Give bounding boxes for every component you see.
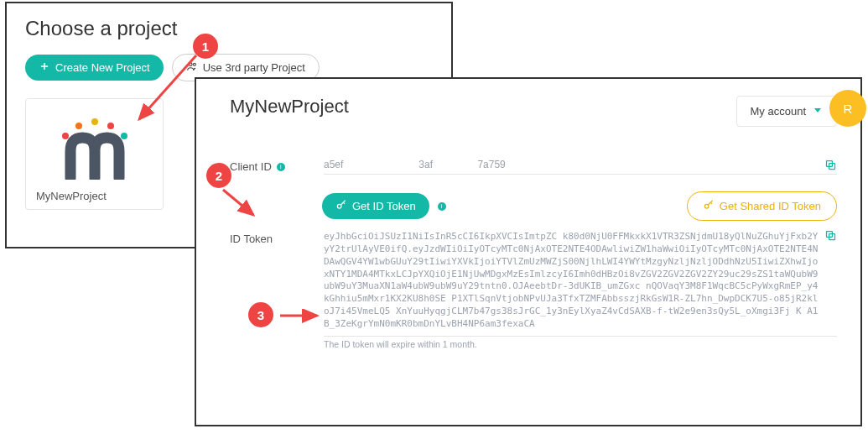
client-id-label-text: Client ID bbox=[230, 160, 272, 173]
id-token-note: The ID token will expire within 1 month. bbox=[324, 336, 837, 349]
client-id-label: Client ID i bbox=[230, 159, 314, 173]
svg-point-4 bbox=[91, 118, 98, 125]
step-3-badge: 3 bbox=[248, 302, 273, 327]
svg-line-14 bbox=[223, 190, 253, 215]
get-id-token-label: Get ID Token bbox=[352, 200, 416, 212]
id-token-row: ID Token eyJhbGciOiJSUzI1NiIsInR5cCI6Ikp… bbox=[230, 231, 837, 349]
svg-point-5 bbox=[107, 123, 114, 129]
svg-point-9 bbox=[337, 204, 341, 208]
step-2-badge: 2 bbox=[206, 163, 231, 188]
client-id-value: a5ef 3af 7a759 bbox=[324, 159, 837, 175]
token-actions-row: Get ID Token i Get Shared ID Token bbox=[230, 191, 837, 221]
svg-point-2 bbox=[62, 133, 69, 139]
id-token-content: eyJhbGciOiJSUzI1NiIsInR5cCI6IkpXVCIsImtp… bbox=[324, 231, 837, 349]
svg-line-13 bbox=[139, 55, 196, 119]
project-card-name: MyNewProject bbox=[36, 190, 153, 202]
get-shared-id-token-label: Get Shared ID Token bbox=[720, 200, 821, 212]
project-detail-panel: MyNewProject My account R Client ID i a5… bbox=[195, 77, 862, 426]
key-icon bbox=[703, 199, 715, 213]
client-id-text: a5ef 3af 7a759 bbox=[324, 159, 506, 170]
arrow-annotation bbox=[277, 309, 327, 326]
project-detail-header: MyNewProject My account R bbox=[230, 96, 837, 127]
my-account-dropdown[interactable]: My account R bbox=[736, 96, 837, 127]
arrow-annotation bbox=[220, 186, 270, 228]
arrow-annotation bbox=[127, 50, 211, 134]
use-third-party-label: Use 3rd party Project bbox=[203, 61, 305, 74]
project-detail-title: MyNewProject bbox=[230, 96, 349, 118]
key-icon bbox=[335, 199, 347, 213]
avatar[interactable]: R bbox=[829, 90, 866, 127]
svg-point-3 bbox=[75, 123, 82, 129]
info-icon[interactable]: i bbox=[277, 163, 285, 171]
copy-icon[interactable] bbox=[824, 229, 837, 245]
copy-icon[interactable] bbox=[824, 159, 837, 174]
svg-point-10 bbox=[704, 204, 709, 208]
id-token-label: ID Token bbox=[230, 231, 314, 245]
id-token-value: eyJhbGciOiJSUzI1NiIsInR5cCI6IkpXVCIsImtp… bbox=[324, 231, 837, 331]
info-icon[interactable]: i bbox=[438, 202, 446, 211]
plus-icon bbox=[39, 60, 50, 75]
svg-point-6 bbox=[121, 133, 127, 139]
client-id-row: Client ID i a5ef 3af 7a759 bbox=[230, 159, 837, 175]
get-shared-id-token-button[interactable]: Get Shared ID Token bbox=[687, 191, 837, 221]
chevron-down-icon bbox=[813, 105, 823, 118]
my-account-label: My account bbox=[751, 105, 806, 118]
get-id-token-button[interactable]: Get ID Token bbox=[322, 193, 429, 219]
choose-project-title: Choose a project bbox=[25, 17, 433, 40]
